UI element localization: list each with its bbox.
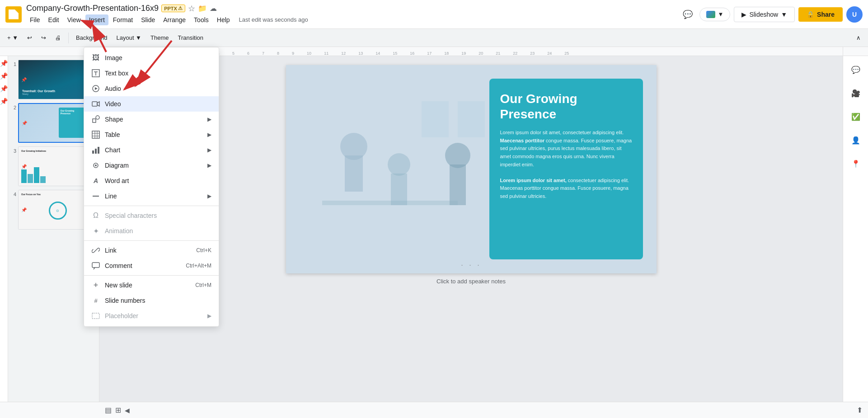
theme-button[interactable]: Theme — [147, 33, 172, 43]
slideshow-dropdown-icon: ▼ — [781, 11, 787, 18]
slideshow-icon: ▶ — [741, 11, 746, 18]
menu-item-image[interactable]: 🖼 Image — [84, 50, 219, 66]
accessibility-icon[interactable]: ⬆ — [857, 406, 863, 414]
svg-rect-35 — [98, 147, 99, 154]
menu-item-table[interactable]: Table ▶ — [84, 127, 219, 142]
slide-pin-3: 📌 — [21, 164, 27, 169]
left-panel-icon-2[interactable]: 📌 — [0, 72, 8, 80]
top-right-actions: 💬 ▼ ▶ Slideshow ▼ 🔒 Share U — [680, 6, 863, 23]
svg-rect-15 — [422, 101, 449, 137]
svg-point-27 — [96, 116, 99, 119]
diagram-menu-icon — [91, 161, 100, 170]
image-menu-label: Image — [105, 54, 211, 61]
menu-file[interactable]: File — [26, 14, 44, 25]
slide-numbers-icon: # — [91, 296, 100, 305]
menu-separator-2 — [84, 240, 219, 241]
svg-rect-40 — [92, 313, 99, 319]
menu-help[interactable]: Help — [213, 14, 234, 25]
slide-canvas[interactable]: Our Growing Presence Lorem ipsum dolor s… — [286, 65, 657, 273]
menu-item-shape[interactable]: Shape ▶ — [84, 112, 219, 127]
placeholder-label: Placeholder — [105, 312, 207, 319]
menu-item-video[interactable]: Video — [84, 96, 219, 112]
cloud-icon[interactable]: ☁ — [210, 4, 217, 13]
menu-item-link[interactable]: Link Ctrl+K — [84, 243, 219, 258]
print-button[interactable]: 🖨 — [52, 33, 65, 43]
menu-insert[interactable]: Insert — [85, 14, 108, 25]
folder-icon[interactable]: 📁 — [198, 4, 207, 13]
svg-point-5 — [445, 143, 470, 168]
redo-button[interactable]: ↪ — [38, 33, 50, 43]
speaker-notes[interactable]: Click to add speaker notes — [286, 278, 657, 285]
video-menu-label: Video — [105, 100, 211, 108]
placeholder-icon — [91, 311, 100, 320]
menu-item-comment[interactable]: Comment Ctrl+Alt+M — [84, 258, 219, 273]
svg-rect-16 — [458, 101, 485, 137]
special-chars-icon: Ω — [91, 211, 100, 220]
menu-view[interactable]: View — [64, 14, 84, 25]
diagram-arrow-icon: ▶ — [207, 162, 211, 169]
edit-status: Last edit was seconds ago — [239, 16, 308, 23]
share-button[interactable]: 🔒 Share — [798, 7, 843, 22]
left-panel-icon-4[interactable]: 📌 — [0, 98, 8, 105]
audio-menu-icon — [91, 84, 100, 93]
menu-item-slide-numbers[interactable]: # Slide numbers — [84, 293, 219, 308]
grid-view-1-icon[interactable]: ▤ — [105, 406, 112, 414]
line-arrow-icon: ▶ — [207, 193, 211, 199]
layout-button[interactable]: Layout ▼ — [113, 33, 145, 43]
new-slide-shortcut: Ctrl+M — [195, 282, 211, 288]
right-panel: 💬 🎥 ✅ 👤 📍 + — [843, 56, 868, 418]
slide-content-card: Our Growing Presence Lorem ipsum dolor s… — [489, 79, 643, 259]
new-slide-label: New slide — [105, 282, 195, 289]
menu-item-wordart[interactable]: A Word art — [84, 173, 219, 188]
menu-slide[interactable]: Slide — [137, 14, 159, 25]
left-panel-icon-1[interactable]: 📌 — [0, 60, 8, 67]
right-user-icon[interactable]: 👤 — [848, 132, 864, 148]
table-arrow-icon: ▶ — [207, 132, 211, 138]
svg-rect-6 — [450, 164, 466, 205]
transition-button[interactable]: Transition — [174, 33, 207, 43]
meet-button[interactable]: ▼ — [699, 8, 731, 21]
menu-arrange[interactable]: Arrange — [160, 14, 189, 25]
right-location-icon[interactable]: 📍 — [848, 155, 864, 172]
menu-separator-3 — [84, 275, 219, 276]
svg-rect-28 — [92, 131, 99, 138]
menu-format[interactable]: Format — [109, 14, 136, 25]
user-avatar[interactable]: U — [846, 6, 863, 23]
background-button[interactable]: Background — [72, 33, 111, 43]
comments-icon-btn[interactable]: 💬 — [680, 6, 696, 23]
app-logo[interactable] — [5, 6, 22, 23]
grid-view-2-icon[interactable]: ⊞ — [115, 406, 121, 414]
lock-icon: 🔒 — [807, 11, 814, 18]
left-panel-icon-3[interactable]: 📌 — [0, 85, 8, 92]
right-check-icon[interactable]: ✅ — [848, 108, 864, 125]
diagram-menu-label: Diagram — [105, 162, 207, 169]
collapse-toolbar-button[interactable]: ∧ — [853, 33, 864, 43]
shape-menu-label: Shape — [105, 116, 207, 123]
undo-button[interactable]: ↩ — [23, 33, 36, 43]
menu-item-textbox[interactable]: Text box — [84, 66, 219, 81]
link-menu-label: Link — [105, 247, 196, 254]
menu-item-new-slide[interactable]: + New slide Ctrl+M — [84, 277, 219, 293]
wordart-menu-label: Word art — [105, 177, 211, 184]
link-shortcut: Ctrl+K — [196, 247, 211, 254]
menu-item-line[interactable]: Line ▶ — [84, 188, 219, 204]
video-menu-icon — [91, 99, 100, 108]
formatting-toolbar: + ▼ ↩ ↪ 🖨 Background Layout ▼ Theme Tran… — [0, 29, 868, 47]
menu-item-audio[interactable]: Audio — [84, 81, 219, 96]
menu-edit[interactable]: Edit — [45, 14, 63, 25]
right-comments-icon[interactable]: 💬 — [848, 61, 864, 78]
collapse-panel-icon[interactable]: ◀ — [125, 407, 130, 414]
star-icon[interactable]: ☆ — [188, 4, 195, 14]
menu-item-diagram[interactable]: Diagram ▶ — [84, 158, 219, 173]
wordart-menu-icon: A — [91, 176, 100, 185]
menu-tools[interactable]: Tools — [190, 14, 212, 25]
menu-item-chart[interactable]: Chart ▶ — [84, 142, 219, 158]
right-meet-icon[interactable]: 🎥 — [848, 85, 864, 101]
animation-icon: ✦ — [91, 226, 100, 235]
slide-number-4: 4 — [10, 190, 16, 197]
svg-rect-34 — [95, 149, 97, 154]
table-menu-icon — [91, 130, 100, 139]
meet-icon — [706, 11, 715, 18]
add-button[interactable]: + ▼ — [4, 33, 22, 43]
slideshow-button[interactable]: ▶ Slideshow ▼ — [734, 7, 795, 22]
